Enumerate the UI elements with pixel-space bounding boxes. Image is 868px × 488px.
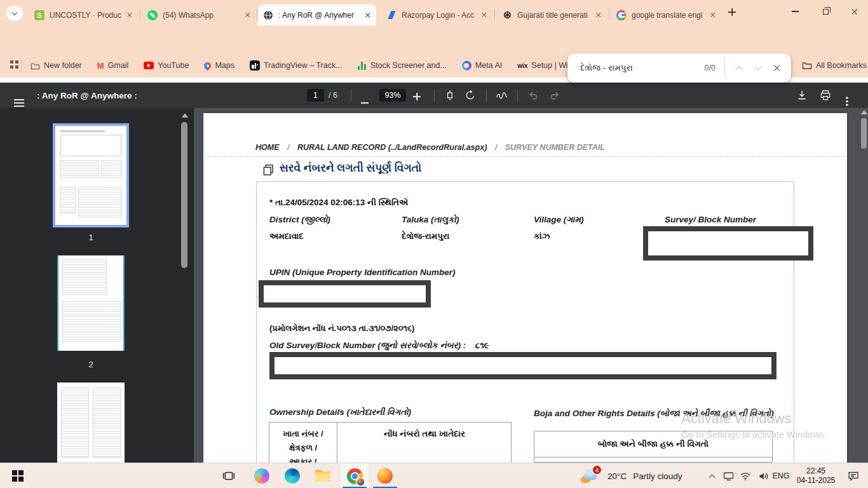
language-indicator[interactable]: ENG <box>770 463 792 488</box>
folder-icon <box>31 62 40 70</box>
tab-uncostly[interactable]: S UNCOSTLY · Products <box>29 4 137 25</box>
tab-close-icon[interactable] <box>245 12 250 18</box>
edge-button[interactable] <box>278 463 306 488</box>
bookmark-maps[interactable]: Maps <box>204 61 234 70</box>
tray-expand-button[interactable] <box>704 463 719 488</box>
bookmark-youtube[interactable]: YouTube <box>144 61 189 70</box>
tab-whatsapp[interactable]: (54) WhatsApp <box>142 4 255 25</box>
bookmark-stock-screener[interactable]: Stock Screener and... <box>358 61 447 70</box>
bookmark-label: Stock Screener and... <box>370 61 447 70</box>
sidebar-scroll-up-arrow[interactable] <box>182 113 188 118</box>
pdf-toolbar: : Any RoR @ Anywhere : 1 / 6 93% <box>0 83 868 108</box>
thumbnail-page-2[interactable] <box>57 255 125 351</box>
firefox-button[interactable] <box>371 463 399 488</box>
pdf-print-button[interactable] <box>820 90 831 104</box>
google-icon <box>616 10 627 20</box>
thumb-sketch <box>78 187 121 217</box>
breadcrumb-home[interactable]: HOME <box>255 143 280 152</box>
rotate-icon <box>465 90 476 101</box>
tab-close-icon[interactable] <box>595 12 601 18</box>
bookmark-tradingview[interactable]: TradingView – Track... <box>250 60 342 71</box>
tab-chatgpt[interactable]: Gujarati title generati <box>497 4 606 25</box>
find-previous-button[interactable] <box>735 66 742 73</box>
district-label: District (જીલ્લો) <box>269 215 330 225</box>
window-close-button[interactable] <box>840 0 868 23</box>
new-tab-button[interactable] <box>728 7 736 18</box>
redo-button[interactable] <box>549 90 560 104</box>
zoom-out-button[interactable] <box>361 95 369 106</box>
thumbnail-2-label: 2 <box>53 360 129 369</box>
copilot-button[interactable] <box>248 463 276 488</box>
chevron-up-icon <box>709 474 715 480</box>
tab-close-icon[interactable] <box>481 12 487 18</box>
phone-glyph <box>149 12 156 18</box>
weather-badge: 4 <box>593 466 601 474</box>
rotate-button[interactable] <box>465 90 476 104</box>
task-view-button[interactable] <box>216 463 241 488</box>
notification-center-button[interactable] <box>843 463 864 488</box>
copilot-icon <box>254 468 269 484</box>
file-explorer-button[interactable] <box>309 463 337 488</box>
chatgpt-icon <box>502 10 512 20</box>
cast-tray-icon[interactable] <box>721 463 736 488</box>
bookmark-gmail[interactable]: M Gmail <box>97 61 129 71</box>
thumbnail-page-3[interactable] <box>57 383 125 463</box>
fit-page-button[interactable] <box>444 90 456 104</box>
tab-search-button[interactable] <box>6 6 23 21</box>
thumbnail-page-1[interactable] <box>53 123 129 227</box>
undo-button[interactable] <box>527 90 539 104</box>
annotate-button[interactable] <box>496 90 508 104</box>
document-scroll-up-arrow[interactable] <box>861 110 867 114</box>
minimize-icon <box>792 11 799 11</box>
restore-button[interactable] <box>811 0 840 23</box>
bookmark-new-folder[interactable]: New folder <box>31 61 82 70</box>
apps-grid-icon[interactable] <box>10 60 13 71</box>
taluka-label: Taluka (તાલુકો) <box>402 215 459 225</box>
bookmark-meta-ai[interactable]: Meta AI <box>462 61 502 71</box>
volume-tray-icon[interactable] <box>755 463 771 488</box>
find-close-button[interactable] <box>773 64 781 72</box>
find-divider <box>724 59 725 77</box>
browser-toolbar: File C:/Users/Rutvik/Downloads/06-08-202… <box>0 25 868 53</box>
weather-widget[interactable]: 4 20°C Partly cloudy <box>580 463 713 488</box>
ownership-col1-line3: આકાર / <box>269 457 337 463</box>
tab-close-icon[interactable] <box>365 12 371 18</box>
wifi-tray-icon[interactable] <box>737 463 754 488</box>
tab-separator <box>609 9 609 20</box>
time-label: 22:45 <box>806 466 825 476</box>
activate-windows-watermark: Activate Windows <box>681 410 792 427</box>
zoom-in-button[interactable] <box>413 92 421 103</box>
breadcrumb-separator: / <box>287 143 289 152</box>
all-bookmarks-button[interactable]: All Bookmarks <box>802 61 867 70</box>
zoom-level-input[interactable]: 93% <box>379 89 406 102</box>
find-query[interactable]: દેત્રોજ - રામપુરા <box>580 63 705 73</box>
breadcrumb-separator: / <box>495 143 497 152</box>
tab-close-icon[interactable] <box>710 12 715 18</box>
village-value: કાંઝ <box>534 231 550 241</box>
tab-google-translate[interactable]: google translate engl <box>611 4 721 25</box>
pdf-thumbnail-sidebar: 1 2 <box>0 108 194 463</box>
youtube-icon <box>144 62 154 69</box>
start-button[interactable] <box>5 463 31 488</box>
tab-close-icon[interactable] <box>126 12 132 18</box>
breadcrumb-rural-land-record[interactable]: RURAL LAND RECORD (../LandRecordRural.as… <box>297 143 487 152</box>
page-number-input[interactable]: 1 <box>307 89 324 102</box>
find-next-button[interactable] <box>754 63 761 70</box>
clock-widget[interactable]: 22:45 04-11-2025 <box>792 463 840 488</box>
sidebar-scrollbar-thumb[interactable] <box>181 122 187 268</box>
tab-razorpay[interactable]: Razorpay Login - Acc <box>381 4 492 25</box>
old-survey-redacted-box <box>269 352 776 379</box>
razorpay-icon <box>386 10 397 20</box>
pdf-download-button[interactable] <box>796 90 808 104</box>
taluka-value: દેત્રોજ-રામપુરા <box>402 231 449 241</box>
pdf-menu-button[interactable] <box>846 93 848 105</box>
bookmark-label: Meta AI <box>475 61 502 70</box>
edge-icon <box>285 468 300 484</box>
pdf-sidebar-toggle[interactable] <box>14 95 24 106</box>
chrome-button[interactable] <box>341 463 369 488</box>
undo-icon <box>527 90 539 101</box>
minimize-button[interactable] <box>780 0 810 23</box>
document-scrollbar-thumb[interactable] <box>861 118 867 149</box>
tab-anyror-active[interactable]: : Any RoR @ Anywher <box>258 4 376 25</box>
thumb-sketch <box>93 388 121 458</box>
